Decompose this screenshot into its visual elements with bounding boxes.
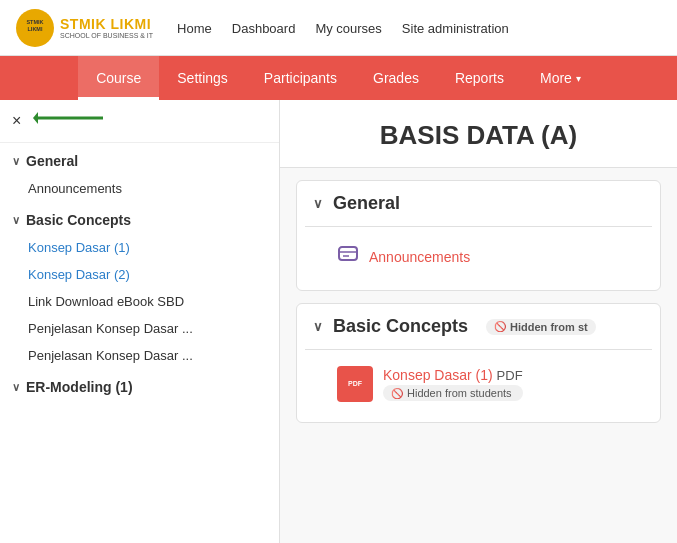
basic-concepts-chevron-icon: ∨: [12, 214, 20, 227]
settings-tab[interactable]: Settings: [159, 56, 246, 100]
course-tab[interactable]: Course: [78, 56, 159, 100]
top-nav-links: Home Dashboard My courses Site administr…: [177, 19, 509, 37]
general-chevron-icon: ∨: [12, 155, 20, 168]
konsep-dasar-1-sidebar-item[interactable]: Konsep Dasar (1): [0, 234, 279, 261]
pdf-item-info: Konsep Dasar (1) PDF 🚫 Hidden from stude…: [383, 367, 523, 401]
announcements-sidebar-item[interactable]: Announcements: [0, 175, 279, 202]
site-administration-link[interactable]: Site administration: [402, 21, 509, 36]
pdf-suffix: PDF: [497, 368, 523, 383]
basic-concepts-section-label: Basic Concepts: [26, 212, 131, 228]
general-section-label: General: [26, 153, 78, 169]
general-content-body: Announcements: [297, 227, 660, 290]
general-section-header[interactable]: ∨ General: [0, 143, 279, 175]
close-sidebar-button[interactable]: ×: [12, 112, 21, 130]
penjelasan-2-sidebar-item[interactable]: Penjelasan Konsep Dasar ...: [0, 342, 279, 369]
er-modeling-section-header[interactable]: ∨ ER-Modeling (1): [0, 369, 279, 401]
basic-concepts-content-body: PDF Konsep Dasar (1) PDF 🚫 Hidden from s…: [297, 350, 660, 422]
home-link[interactable]: Home: [177, 21, 212, 36]
general-sidebar-section: ∨ General Announcements: [0, 143, 279, 202]
svg-rect-5: [339, 247, 357, 260]
konsep-dasar-2-sidebar-item[interactable]: Konsep Dasar (2): [0, 261, 279, 288]
basic-concepts-section-header[interactable]: ∨ Basic Concepts: [0, 202, 279, 234]
course-navigation: Course Settings Participants Grades Repo…: [0, 56, 677, 100]
svg-marker-4: [33, 112, 38, 124]
hidden-students-text: Hidden from students: [407, 387, 512, 399]
more-tab[interactable]: More ▾: [522, 56, 599, 100]
sidebar-close-bar: ×: [0, 100, 279, 143]
sidebar: × ∨ General Announcements ∨ Basic Concep…: [0, 100, 280, 543]
top-navigation: STMIK LIKMI STMIK LIKMI SCHOOL OF BUSINE…: [0, 0, 677, 56]
reports-tab[interactable]: Reports: [437, 56, 522, 100]
announcement-icon: [337, 243, 359, 270]
eye-off-small-icon: 🚫: [391, 388, 403, 399]
announcements-link[interactable]: Announcements: [369, 249, 470, 265]
general-content-section: ∨ General Announcements: [296, 180, 661, 291]
svg-text:LIKMI: LIKMI: [28, 26, 43, 32]
participants-tab[interactable]: Participants: [246, 56, 355, 100]
my-courses-link[interactable]: My courses: [315, 21, 381, 36]
general-content-label: General: [333, 193, 400, 214]
penjelasan-1-sidebar-item[interactable]: Penjelasan Konsep Dasar ...: [0, 315, 279, 342]
logo-circle: STMIK LIKMI: [16, 9, 54, 47]
more-chevron-icon: ▾: [576, 73, 581, 84]
logo-text: STMIK LIKMI SCHOOL OF BUSINESS & IT: [60, 16, 153, 39]
basic-concepts-content-label: Basic Concepts: [333, 316, 468, 337]
basic-concepts-content-section: ∨ Basic Concepts 🚫 Hidden from st PDF Ko…: [296, 303, 661, 423]
eye-off-icon: 🚫: [494, 321, 506, 332]
logo[interactable]: STMIK LIKMI STMIK LIKMI SCHOOL OF BUSINE…: [16, 9, 153, 47]
konsep-dasar-1-pdf-link[interactable]: Konsep Dasar (1) PDF: [383, 367, 523, 383]
er-modeling-chevron-icon: ∨: [12, 381, 20, 394]
er-modeling-sidebar-section: ∨ ER-Modeling (1): [0, 369, 279, 401]
grades-tab[interactable]: Grades: [355, 56, 437, 100]
link-download-ebook-sidebar-item[interactable]: Link Download eBook SBD: [0, 288, 279, 315]
basic-concepts-content-chevron-icon: ∨: [313, 319, 323, 334]
hidden-badge-text: Hidden from st: [510, 321, 588, 333]
pdf-icon: PDF: [337, 366, 373, 402]
basic-concepts-sidebar-section: ∨ Basic Concepts Konsep Dasar (1) Konsep…: [0, 202, 279, 369]
logo-main-text: STMIK LIKMI: [60, 16, 153, 32]
general-content-header[interactable]: ∨ General: [297, 181, 660, 226]
dashboard-link[interactable]: Dashboard: [232, 21, 296, 36]
announcements-content-item[interactable]: Announcements: [337, 235, 644, 278]
content-area: BASIS DATA (A) ∨ General Announce: [280, 100, 677, 543]
arrow-left-icon: [33, 108, 113, 134]
general-content-chevron-icon: ∨: [313, 196, 323, 211]
page-title: BASIS DATA (A): [280, 100, 677, 168]
konsep-dasar-hidden-badge: 🚫 Hidden from students: [383, 385, 523, 401]
main-layout: × ∨ General Announcements ∨ Basic Concep…: [0, 100, 677, 543]
basic-concepts-content-header[interactable]: ∨ Basic Concepts 🚫 Hidden from st: [297, 304, 660, 349]
konsep-dasar-1-content-item[interactable]: PDF Konsep Dasar (1) PDF 🚫 Hidden from s…: [337, 358, 644, 410]
svg-text:STMIK: STMIK: [26, 19, 43, 25]
hidden-from-students-badge: 🚫 Hidden from st: [486, 319, 596, 335]
er-modeling-section-label: ER-Modeling (1): [26, 379, 133, 395]
logo-sub-text: SCHOOL OF BUSINESS & IT: [60, 32, 153, 39]
